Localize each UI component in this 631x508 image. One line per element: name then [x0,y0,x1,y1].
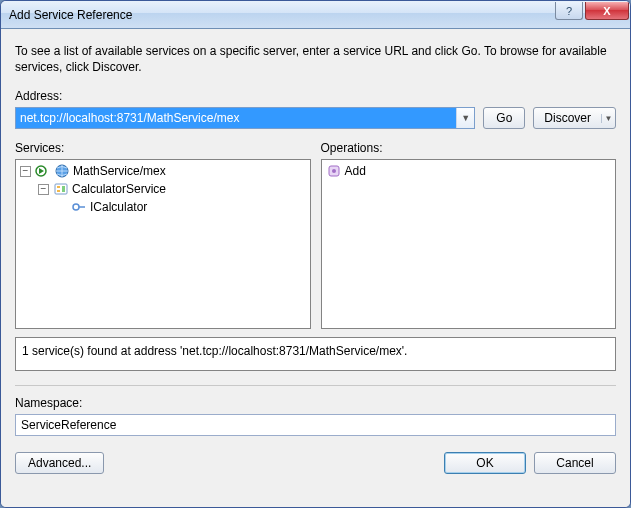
status-box: 1 service(s) found at address 'net.tcp:/… [15,337,616,371]
namespace-input[interactable] [15,414,616,436]
dialog-window: Add Service Reference ? X To see a list … [0,0,631,508]
address-row: ▼ Go Discover ▼ [15,107,616,129]
tree-spacer [56,202,67,213]
tree-node-label: MathService/mex [73,164,166,178]
service-run-icon [35,163,51,179]
address-combo[interactable]: ▼ [15,107,475,129]
cancel-button-label: Cancel [556,456,593,470]
chevron-down-icon: ▼ [461,113,470,123]
list-item[interactable]: Add [322,162,616,180]
divider [15,385,616,386]
titlebar[interactable]: Add Service Reference ? X [1,1,630,29]
interface-icon [71,199,87,215]
discover-split-button[interactable]: Discover ▼ [533,107,616,129]
component-icon [53,181,69,197]
ok-button-label: OK [476,456,493,470]
tree-node-service[interactable]: − CalculatorService [16,180,310,198]
tree-node-label: ICalculator [90,200,147,214]
services-pane: Services: − MathService/mex − [15,141,311,329]
close-button[interactable]: X [585,2,629,20]
tree-node-interface[interactable]: ICalculator [16,198,310,216]
chevron-down-icon: ▼ [605,114,613,123]
window-controls: ? X [553,1,630,28]
window-title: Add Service Reference [9,8,553,22]
services-tree[interactable]: − MathService/mex − [15,159,311,329]
ok-button[interactable]: OK [444,452,526,474]
svg-point-10 [332,169,336,173]
intro-text: To see a list of available services on a… [15,43,616,75]
operation-label: Add [345,164,366,178]
go-button[interactable]: Go [483,107,525,129]
tree-node-root[interactable]: − MathService/mex [16,162,310,180]
address-input[interactable] [16,108,456,128]
help-icon: ? [566,5,572,17]
close-icon: X [603,5,610,17]
svg-rect-4 [57,186,60,188]
tree-node-label: CalculatorService [72,182,166,196]
globe-icon [54,163,70,179]
panes: Services: − MathService/mex − [15,141,616,329]
namespace-label: Namespace: [15,396,616,410]
address-dropdown-button[interactable]: ▼ [456,108,474,128]
operation-icon [326,163,342,179]
status-text: 1 service(s) found at address 'net.tcp:/… [22,344,407,358]
cancel-button[interactable]: Cancel [534,452,616,474]
address-label: Address: [15,89,616,103]
expander-icon[interactable]: − [38,184,49,195]
operations-pane: Operations: Add [321,141,617,329]
svg-rect-3 [55,184,67,194]
go-button-label: Go [496,111,512,125]
client-area: To see a list of available services on a… [1,29,630,507]
operations-list[interactable]: Add [321,159,617,329]
advanced-button-label: Advanced... [28,456,91,470]
svg-rect-6 [62,186,65,192]
footer: Advanced... OK Cancel [15,452,616,474]
svg-rect-5 [57,190,60,192]
help-button[interactable]: ? [555,2,583,20]
operations-label: Operations: [321,141,617,155]
expander-icon[interactable]: − [20,166,31,177]
services-label: Services: [15,141,311,155]
svg-point-7 [73,204,79,210]
discover-dropdown[interactable]: ▼ [601,114,615,123]
discover-button-label[interactable]: Discover [534,111,601,125]
advanced-button[interactable]: Advanced... [15,452,104,474]
